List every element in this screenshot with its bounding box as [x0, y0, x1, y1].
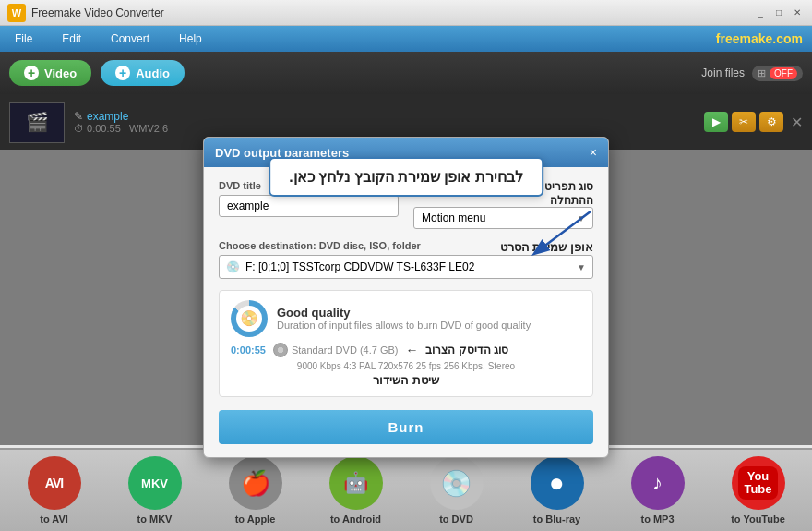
file-settings-button[interactable]: ⚙: [759, 112, 783, 132]
video-plus-icon: +: [24, 66, 39, 80]
quality-specs: 9000 Kbps 4:3 PAL 720x576 25 fps 256 Kbp…: [231, 361, 581, 371]
tooltip-annotation: לבחירת אופן שמירת הקובץ נלחץ כאן.: [269, 157, 543, 197]
quality-row: 📀 Good quality Duration of input files a…: [231, 300, 581, 337]
file-duration: 0:00:55: [87, 123, 121, 134]
toolbar-right: Join files ⊞ OFF: [701, 66, 803, 81]
window-controls[interactable]: _ □ ✕: [753, 6, 805, 20]
thumb-icon: 🎬: [26, 111, 49, 133]
quality-dvd-icon: 📀: [236, 306, 262, 332]
join-files-label: Join files: [701, 66, 745, 79]
quality-donut: 📀: [231, 300, 268, 337]
menu-file[interactable]: File: [9, 29, 38, 49]
toggle-off-label: OFF: [770, 67, 797, 79]
tooltip-text: לבחירת אופן שמירת הקובץ נלחץ כאן.: [289, 169, 523, 185]
audio-button[interactable]: + Audio: [101, 60, 185, 86]
format-btn-toapple[interactable]: 🍎to Apple: [206, 453, 304, 528]
minimize-button[interactable]: _: [753, 6, 768, 20]
disc-type: Standard DVD (4.7 GB): [292, 344, 399, 356]
audio-plus-icon: +: [115, 66, 130, 80]
dest-label: Choose destination: DVD disc, ISO, folde…: [219, 240, 421, 251]
disc-icon: 💿: [226, 260, 240, 273]
bottom-format-bar: AVIto AVIMKVto MKV🍎to Apple🤖to Android💿t…: [0, 448, 812, 531]
file-clock-icon: ⏱: [74, 123, 84, 134]
quality-title: Good quality: [277, 306, 581, 320]
file-delete-button[interactable]: ✕: [791, 112, 803, 132]
format-btn-tomkv[interactable]: MKVto MKV: [105, 453, 204, 528]
audio-button-label: Audio: [136, 66, 170, 80]
quality-time: 0:00:55: [231, 344, 266, 356]
dvd-menu-he: סוג תפריטההתחלה: [544, 180, 593, 207]
title-bar-left: W Freemake Video Converter: [7, 4, 164, 22]
file-cut-button[interactable]: ✂: [732, 112, 756, 132]
file-info: ✎ example ⏱ 0:00:55 WMV2 6: [74, 110, 695, 134]
svg-line-0: [535, 211, 591, 253]
format-btn-todvd[interactable]: 💿to DVD: [407, 453, 506, 528]
format-btn-toblu-ray[interactable]: ●to Blu-ray: [508, 453, 606, 528]
burn-button[interactable]: Burn: [219, 410, 593, 444]
main-toolbar: + Video + Audio Join files ⊞ OFF: [0, 52, 812, 94]
specs-text: 9000 Kbps 4:3 PAL 720x576 25 fps 256 Kbp…: [297, 361, 515, 371]
file-actions: ▶ ✂ ⚙ ✕: [704, 112, 803, 132]
file-meta: ⏱ 0:00:55 WMV2 6: [74, 123, 695, 134]
title-text: Freemake Video Converter: [31, 6, 164, 19]
file-thumbnail: 🎬: [9, 102, 65, 143]
disc-arrow-icon: ←: [405, 343, 418, 357]
app-logo: W: [7, 4, 26, 22]
menu-convert[interactable]: Convert: [105, 29, 155, 49]
disc-type-he: סוג הדיסק הצרוב: [425, 344, 508, 356]
main-content-area: לבחירת אופן שמירת הקובץ נלחץ כאן. DVD ou…: [0, 150, 812, 445]
title-bar: W Freemake Video Converter _ □ ✕: [0, 0, 812, 26]
dest-arrow-icon: ▼: [577, 261, 586, 272]
format-btn-toyoutube[interactable]: YouTube to YouTube: [709, 453, 807, 528]
file-format: WMV2 6: [129, 123, 168, 134]
transmission-he: שיטת השידור: [231, 373, 581, 387]
quality-section: 📀 Good quality Duration of input files a…: [219, 290, 593, 397]
menu-bar: File Edit Convert Help freemake.com: [0, 26, 812, 52]
format-btn-toavi[interactable]: AVIto AVI: [5, 453, 103, 528]
file-name-label: example: [87, 110, 128, 123]
quality-desc: Duration of input files allows to burn D…: [277, 320, 581, 331]
video-button-label: Video: [44, 66, 77, 80]
file-preview-button[interactable]: ▶: [704, 112, 728, 132]
dialog-close-button[interactable]: ×: [590, 145, 597, 160]
brand-domain: .com: [772, 31, 803, 46]
file-name-row: ✎ example: [74, 110, 695, 123]
video-button[interactable]: + Video: [9, 60, 91, 86]
format-btn-tomp3[interactable]: ♪to MP3: [608, 453, 707, 528]
quality-text: Good quality Duration of input files all…: [277, 306, 581, 331]
brand-suffix: make: [740, 31, 773, 46]
maximize-button[interactable]: □: [771, 6, 786, 20]
standard-disc-icon: [273, 343, 288, 357]
quality-details: 0:00:55 Standard DVD (4.7 GB) ← סוג הדיס…: [231, 343, 581, 357]
join-grid-icon: ⊞: [758, 67, 766, 79]
brand-logo: freemake.com: [716, 31, 803, 46]
quality-disc-row: Standard DVD (4.7 GB) ← סוג הדיסק הצרוב: [273, 343, 508, 357]
format-btn-toandroid[interactable]: 🤖to Android: [306, 453, 405, 528]
dvd-title-input[interactable]: [219, 195, 399, 217]
brand-prefix: free: [716, 31, 740, 46]
menu-edit[interactable]: Edit: [56, 29, 87, 49]
tooltip-arrow-svg: [526, 207, 600, 262]
dvd-title-label: DVD title: [219, 180, 261, 191]
menu-help[interactable]: Help: [173, 29, 208, 49]
edit-icon: ✎: [74, 110, 83, 123]
close-button[interactable]: ✕: [790, 6, 805, 20]
join-toggle[interactable]: ⊞ OFF: [752, 66, 803, 81]
